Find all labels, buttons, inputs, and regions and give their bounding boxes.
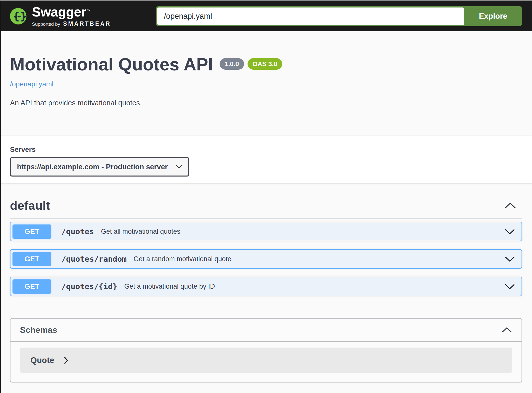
brand-name: Swagger™ (32, 5, 111, 18)
tag-default-title: default (10, 199, 50, 212)
servers-select-wrap: https://api.example.com - Production ser… (10, 157, 189, 177)
servers-section: Servers https://api.example.com - Produc… (0, 136, 532, 183)
chevron-down-icon[interactable] (504, 255, 516, 263)
oas-badge: OAS 3.0 (248, 58, 282, 70)
operation-path: /quotes (61, 227, 94, 236)
method-badge: GET (12, 224, 51, 239)
model-name: Quote (30, 356, 54, 365)
spec-url-input[interactable] (157, 7, 464, 25)
operation-summary: Get all motivational quotes (101, 228, 180, 235)
tag-section-default: default GET /quotes Get all motivational… (10, 183, 522, 296)
operations-list: GET /quotes Get all motivational quotes … (10, 222, 522, 296)
chevron-down-icon[interactable] (504, 228, 516, 235)
spec-url-form: Explore (156, 6, 522, 26)
swagger-logo-icon: { } (10, 8, 26, 24)
operation-row-get-quotes-random[interactable]: GET /quotes/random Get a random motivati… (10, 249, 522, 269)
operation-path: /quotes/random (61, 254, 127, 263)
tag-default-header[interactable]: default (10, 183, 522, 218)
topbar: { } Swagger™ Supported by SMARTBEAR Expl… (0, 1, 532, 31)
servers-select[interactable]: https://api.example.com - Production ser… (10, 157, 189, 177)
explore-button[interactable]: Explore (464, 6, 522, 26)
window-left-edge (0, 1, 1, 393)
method-badge: GET (12, 252, 51, 266)
schemas-section: Schemas Quote (10, 318, 522, 383)
brand-trademark: ™ (87, 8, 90, 12)
api-title: Motivational Quotes API (10, 55, 213, 74)
schemas-header[interactable]: Schemas (10, 319, 522, 342)
svg-text:}: } (20, 10, 26, 22)
method-badge: GET (12, 279, 51, 294)
api-description: An API that provides motivational quotes… (10, 99, 522, 107)
brand-supported-by: Supported by (32, 21, 60, 27)
chevron-down-icon[interactable] (504, 283, 516, 290)
spec-link[interactable]: /openapi.yaml (10, 80, 53, 88)
version-badge: 1.0.0 (220, 58, 244, 70)
operation-row-get-quotes[interactable]: GET /quotes Get all motivational quotes (10, 222, 522, 241)
info-section: Motivational Quotes API 1.0.0 OAS 3.0 /o… (0, 31, 532, 136)
schemas-title: Schemas (20, 325, 57, 335)
operation-path: /quotes/{id} (61, 282, 117, 291)
chevron-right-icon (64, 357, 68, 364)
operation-summary: Get a motivational quote by ID (124, 283, 215, 290)
swagger-logo[interactable]: { } Swagger™ Supported by SMARTBEAR (10, 5, 111, 27)
servers-label: Servers (10, 146, 522, 154)
brand-sponsor: SMARTBEAR (63, 20, 111, 27)
chevron-up-icon (505, 202, 516, 209)
chevron-up-icon (502, 327, 512, 333)
operation-summary: Get a random motivational quote (133, 255, 231, 263)
operation-row-get-quotes-id[interactable]: GET /quotes/{id} Get a motivational quot… (10, 277, 522, 296)
window-top-edge (0, 0, 532, 1)
operations-wrapper: default GET /quotes Get all motivational… (0, 183, 532, 296)
model-row-quote[interactable]: Quote (20, 348, 512, 373)
